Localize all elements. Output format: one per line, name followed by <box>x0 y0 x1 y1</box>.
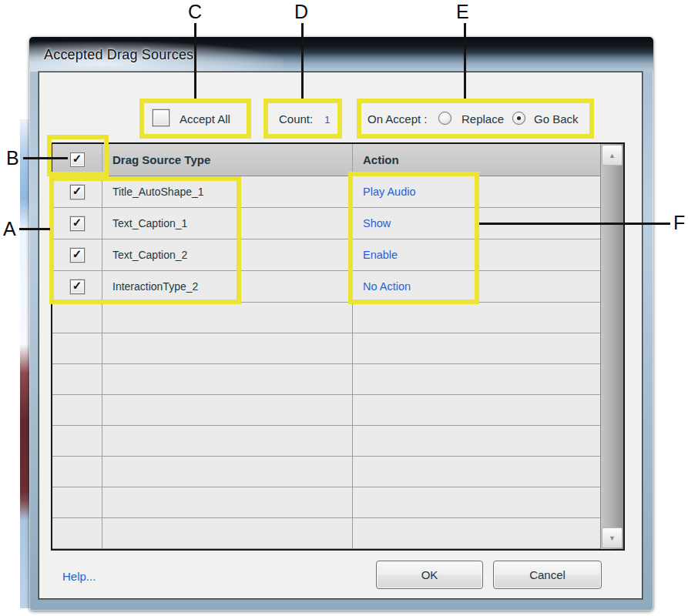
go-back-radio[interactable] <box>512 112 525 125</box>
scroll-down-icon: ▼ <box>609 534 616 542</box>
select-all-rows-checkbox[interactable]: ✓ <box>70 152 85 167</box>
count-label: Count: <box>279 112 313 126</box>
table-row-empty <box>52 487 600 518</box>
drag-source-name: InteractionType_2 <box>112 280 198 293</box>
row-checkbox[interactable]: ✓ <box>70 216 85 231</box>
scrollbar-track[interactable] <box>601 166 623 527</box>
table-row-empty <box>52 395 600 426</box>
drag-source-name: Text_Caption_1 <box>112 217 187 229</box>
annotation-letter-c: C <box>188 1 202 23</box>
replace-radio[interactable] <box>438 112 451 125</box>
replace-label: Replace <box>461 112 504 126</box>
table-row-empty <box>52 426 600 457</box>
row-checkbox[interactable]: ✓ <box>70 185 85 199</box>
dialog-content: Accept All Count: 1 On Accept : Replace … <box>39 72 643 599</box>
dialog-title: Accepted Drag Sources <box>44 47 193 63</box>
annotation-line-d <box>301 23 304 99</box>
annotation-letter-b: B <box>6 147 19 169</box>
count-value: 1 <box>324 114 331 126</box>
action-link[interactable]: No Action <box>363 280 411 293</box>
annotation-line-e <box>464 23 466 99</box>
drag-sources-table: ✓ Drag Source Type Action ✓ <box>51 142 625 551</box>
drag-source-name: Text_Caption_2 <box>112 249 187 261</box>
table-header-row: ✓ Drag Source Type Action <box>52 144 600 176</box>
table-row: ✓ Text_Caption_2 Enable <box>52 239 600 271</box>
scroll-up-button[interactable]: ▲ <box>602 145 623 166</box>
table-row: ✓ InteractionType_2 No Action <box>52 271 600 303</box>
checkmark-icon: ✓ <box>71 152 84 165</box>
table-main: ✓ Drag Source Type Action ✓ <box>52 144 600 549</box>
annotation-letter-d: D <box>294 1 308 23</box>
annotation-line-b <box>23 157 68 159</box>
checkmark-icon: ✓ <box>71 280 84 292</box>
annotation-letter-e: E <box>456 1 469 23</box>
ok-button[interactable]: OK <box>376 561 483 589</box>
table-row-empty <box>52 364 600 395</box>
accepted-drag-sources-dialog: Accepted Drag Sources Accept All Count: … <box>29 37 653 611</box>
table-row: ✓ Title_AutoShape_1 Play Audio <box>52 176 600 208</box>
annotation-line-a <box>19 228 50 230</box>
help-link[interactable]: Help... <box>62 570 96 583</box>
column-header-drag-source-type: Drag Source Type <box>112 153 210 166</box>
on-accept-label: On Accept : <box>367 112 428 126</box>
checkmark-icon: ✓ <box>71 216 84 229</box>
annotation-line-f <box>479 223 670 225</box>
column-header-action: Action <box>363 153 399 166</box>
table-row-empty <box>52 303 600 333</box>
table-row-empty <box>52 333 600 364</box>
table-row-empty <box>52 457 600 487</box>
dialog-titlebar[interactable]: Accepted Drag Sources <box>29 37 653 72</box>
scroll-up-icon: ▲ <box>609 152 616 159</box>
accept-all-label: Accept All <box>180 112 230 126</box>
vertical-scrollbar[interactable]: ▲ ▼ <box>600 144 623 549</box>
row-checkbox[interactable]: ✓ <box>70 280 85 294</box>
action-link[interactable]: Play Audio <box>363 186 416 198</box>
screenshot-root: Accepted Drag Sources Accept All Count: … <box>0 0 688 616</box>
checkmark-icon: ✓ <box>71 248 84 260</box>
go-back-label: Go Back <box>534 112 579 126</box>
action-link[interactable]: Enable <box>363 249 398 261</box>
accept-all-checkbox[interactable] <box>153 109 169 126</box>
table-body: ✓ Title_AutoShape_1 Play Audio ✓ Text_Ca… <box>52 176 600 549</box>
action-link[interactable]: Show <box>363 217 391 229</box>
scroll-down-button[interactable]: ▼ <box>602 527 623 548</box>
annotation-letter-f: F <box>673 212 685 234</box>
drag-source-name: Title_AutoShape_1 <box>112 186 204 198</box>
annotation-line-c <box>194 23 196 99</box>
table-row-empty <box>52 518 600 549</box>
annotation-letter-a: A <box>3 218 16 240</box>
checkmark-icon: ✓ <box>71 185 84 197</box>
cancel-button[interactable]: Cancel <box>493 561 602 589</box>
row-checkbox[interactable]: ✓ <box>70 248 85 263</box>
